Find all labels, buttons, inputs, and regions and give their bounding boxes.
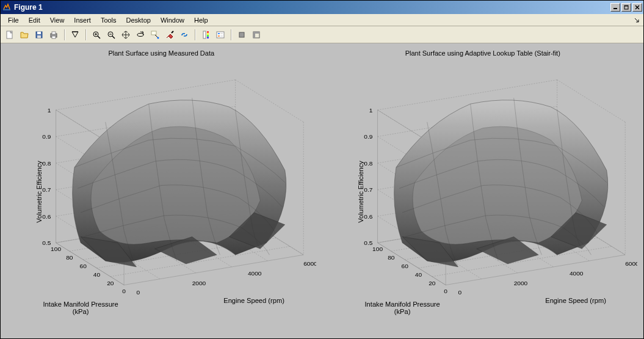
toolbar-separator <box>231 29 231 40</box>
open-file-button[interactable] <box>18 28 31 42</box>
z-tick: 0.8 <box>364 160 373 167</box>
svg-rect-12 <box>52 36 56 38</box>
menu-tools[interactable]: Tools <box>96 15 121 25</box>
rotate-3d-button[interactable] <box>134 28 147 42</box>
y-tick: 2000 <box>192 280 206 286</box>
menu-view[interactable]: View <box>45 15 70 25</box>
x-axis-label: Intake Manifold Pressure(kPa) <box>43 301 118 315</box>
zoom-in-button[interactable] <box>90 28 103 42</box>
y-tick: 4000 <box>569 270 583 277</box>
surface-plot-right: 0.5 0.6 0.7 0.8 0.9 1 0 20 40 60 80 100 … <box>353 62 638 315</box>
y-tick: 4000 <box>248 270 262 277</box>
menu-edit[interactable]: Edit <box>24 15 45 25</box>
menu-file[interactable]: File <box>3 15 24 25</box>
y-axis-label: Engine Speed (rpm) <box>223 297 284 304</box>
toolbar-separator <box>64 29 65 40</box>
show-plot-tools-button[interactable] <box>250 28 263 42</box>
z-tick: 0.5 <box>42 239 51 246</box>
surface-plot-left: 0.5 0.6 0.7 0.8 0.9 1 0 20 40 60 80 100 … <box>31 62 316 315</box>
figure-area: Plant Surface using Measured Data Volume… <box>1 43 643 339</box>
svg-line-78 <box>557 80 625 122</box>
chart-title: Plant Surface using Measured Data <box>1 49 322 57</box>
z-tick: 0.6 <box>364 213 373 220</box>
axes-left[interactable]: Plant Surface using Measured Data Volume… <box>1 43 322 339</box>
x-tick: 40 <box>93 271 101 278</box>
svg-line-53 <box>236 80 304 122</box>
x-tick: 0 <box>444 288 447 295</box>
x-tick: 80 <box>388 254 395 261</box>
data-cursor-button[interactable] <box>148 28 162 42</box>
x-axis-label: Intake Manifold Pressure(kPa) <box>364 301 440 315</box>
x-tick: 60 <box>80 263 87 269</box>
save-figure-button[interactable] <box>32 28 46 42</box>
svg-rect-21 <box>151 31 156 35</box>
svg-rect-35 <box>239 32 244 37</box>
dock-icon[interactable] <box>632 16 641 24</box>
z-tick: 0.9 <box>364 134 373 140</box>
svg-line-24 <box>172 31 173 33</box>
z-tick: 0.8 <box>42 160 51 167</box>
x-tick: 80 <box>66 254 73 261</box>
svg-rect-8 <box>37 32 41 34</box>
svg-rect-28 <box>207 35 209 37</box>
toolbar <box>1 26 643 43</box>
z-tick: 1 <box>369 107 372 114</box>
menu-insert[interactable]: Insert <box>69 15 96 25</box>
toolbar-separator <box>85 29 86 40</box>
svg-line-18 <box>112 36 115 38</box>
insert-colorbar-button[interactable] <box>199 28 212 42</box>
y-tick: 0 <box>458 290 461 296</box>
svg-rect-38 <box>253 32 259 34</box>
y-axis-label: Engine Speed (rpm) <box>545 297 606 304</box>
insert-legend-button[interactable] <box>214 28 227 42</box>
axes-right[interactable]: Plant Surface using Adaptive Lookup Tabl… <box>322 43 644 339</box>
surface-mesh-left <box>73 98 286 267</box>
surface-mesh-right <box>394 98 607 267</box>
close-button[interactable] <box>632 3 642 12</box>
zoom-out-button[interactable] <box>104 28 118 42</box>
z-tick: 0.7 <box>364 187 373 194</box>
maximize-button[interactable] <box>621 3 631 12</box>
svg-rect-25 <box>203 31 206 38</box>
y-tick: 2000 <box>513 280 527 286</box>
svg-line-14 <box>98 36 100 38</box>
menubar: File Edit View Insert Tools Desktop Wind… <box>1 14 643 26</box>
svg-rect-26 <box>207 31 209 33</box>
y-tick: 0 <box>136 290 140 296</box>
x-tick: 60 <box>401 263 408 269</box>
brush-button[interactable] <box>163 28 176 42</box>
toolbar-separator <box>195 29 195 40</box>
pan-button[interactable] <box>119 28 132 42</box>
menu-help[interactable]: Help <box>189 15 213 25</box>
titlebar: Figure 1 <box>1 1 643 14</box>
svg-point-23 <box>157 37 159 38</box>
z-tick: 0.5 <box>364 239 373 246</box>
x-tick: 20 <box>429 280 436 286</box>
x-tick: 100 <box>372 246 383 252</box>
y-tick: 6000 <box>625 260 637 267</box>
svg-rect-27 <box>207 33 209 35</box>
menu-window[interactable]: Window <box>156 15 189 25</box>
svg-rect-29 <box>207 37 209 38</box>
z-tick: 1 <box>48 107 51 114</box>
svg-point-20 <box>137 33 143 36</box>
svg-rect-9 <box>37 35 41 38</box>
svg-rect-0 <box>3 9 10 10</box>
link-plot-button[interactable] <box>178 28 191 42</box>
x-tick: 40 <box>414 271 422 278</box>
edit-plot-button[interactable] <box>68 28 82 42</box>
x-tick: 20 <box>107 280 114 286</box>
hide-plot-tools-button[interactable] <box>235 28 248 42</box>
svg-rect-11 <box>52 32 56 34</box>
new-figure-button[interactable] <box>3 28 16 42</box>
window-title: Figure 1 <box>14 3 610 12</box>
chart-title: Plant Surface using Adaptive Lookup Tabl… <box>322 49 644 57</box>
menu-desktop[interactable]: Desktop <box>121 15 156 25</box>
print-figure-button[interactable] <box>47 28 60 42</box>
minimize-button[interactable] <box>610 3 620 12</box>
svg-rect-30 <box>217 32 224 38</box>
z-tick: 0.7 <box>42 187 51 194</box>
z-tick: 0.6 <box>42 213 51 220</box>
y-tick: 6000 <box>303 260 316 267</box>
x-tick: 100 <box>51 246 61 252</box>
